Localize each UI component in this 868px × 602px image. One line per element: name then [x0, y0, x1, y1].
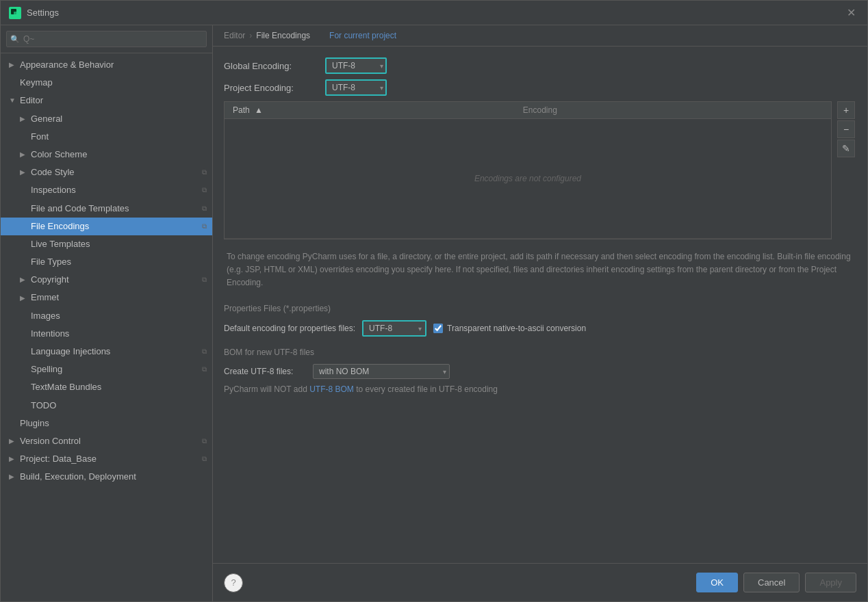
arrow-spacer — [9, 419, 17, 428]
arrow-icon: ▼ — [9, 96, 17, 105]
edit-encoding-button[interactable]: ✎ — [837, 140, 855, 157]
arrow-icon: ▶ — [20, 114, 28, 124]
props-encoding-select[interactable]: UTF-8 — [363, 322, 425, 335]
sidebar-item-label: Build, Execution, Deployment — [20, 471, 136, 483]
copy-icon: ⧉ — [202, 222, 207, 231]
footer-buttons: OK Cancel Apply — [696, 573, 856, 592]
sidebar-item-label: Emmet — [31, 291, 59, 304]
arrow-icon: ▶ — [9, 454, 17, 464]
arrow-icon: ▶ — [20, 168, 28, 177]
copy-icon: ⧉ — [202, 168, 207, 177]
copy-icon: ⧉ — [202, 275, 207, 285]
properties-section-title: Properties Files (*.properties) — [224, 304, 856, 313]
arrow-spacer — [20, 382, 28, 392]
add-encoding-button[interactable]: + — [837, 101, 855, 119]
sidebar-item-project-database[interactable]: ▶ Project: Data_Base ⧉ — [1, 450, 212, 468]
utf8-bom-link[interactable]: UTF-8 BOM — [309, 384, 354, 394]
empty-row: Encodings are not configured — [225, 119, 831, 239]
col-encoding: Encoding — [515, 102, 831, 119]
project-encoding-select[interactable]: UTF-8 — [325, 79, 387, 96]
apply-button[interactable]: Apply — [805, 573, 856, 592]
sidebar-item-file-types[interactable]: File Types — [1, 253, 212, 271]
global-encoding-row: Global Encoding: UTF-8 ▾ — [224, 57, 856, 74]
sidebar-item-label: Intentions — [31, 328, 69, 340]
arrow-icon: ▶ — [9, 436, 17, 446]
sidebar-item-todo[interactable]: TODO — [1, 397, 212, 415]
sidebar-item-editor[interactable]: ▼ Editor — [1, 92, 212, 109]
sidebar-item-label: TODO — [31, 400, 56, 412]
arrow-icon: ▶ — [20, 150, 28, 159]
props-encoding-select-wrapper: UTF-8 ▾ — [362, 320, 426, 337]
arrow-spacer — [20, 365, 28, 374]
remove-encoding-button[interactable]: − — [837, 120, 855, 138]
bom-select[interactable]: with NO BOM — [313, 364, 450, 379]
sidebar-item-general[interactable]: ▶ General — [1, 110, 212, 128]
sidebar-item-font[interactable]: Font — [1, 128, 212, 146]
search-input[interactable] — [6, 31, 207, 47]
global-encoding-select-wrapper: UTF-8 ▾ — [325, 57, 387, 74]
sidebar-item-code-style[interactable]: ▶ Code Style ⧉ — [1, 163, 212, 181]
sidebar-item-intentions[interactable]: Intentions — [1, 325, 212, 343]
breadcrumb-parent: Editor — [224, 31, 245, 40]
settings-window: Settings ✕ 🔍 ▶ Appearance & Behavior — [0, 0, 868, 602]
bom-note-prefix: PyCharm will NOT add — [224, 384, 309, 394]
copy-icon: ⧉ — [202, 365, 207, 374]
transparent-conversion-checkbox[interactable] — [433, 324, 443, 333]
sidebar-item-textmate[interactable]: TextMate Bundles — [1, 378, 212, 396]
global-encoding-label: Global Encoding: — [224, 61, 320, 71]
properties-row: Default encoding for properties files: U… — [224, 320, 856, 337]
help-button[interactable]: ? — [224, 573, 243, 592]
sidebar-item-spelling[interactable]: Spelling ⧉ — [1, 361, 212, 378]
sidebar: 🔍 ▶ Appearance & Behavior Keymap ▼ — [1, 25, 213, 601]
ok-button[interactable]: OK — [696, 573, 738, 592]
sidebar-item-plugins[interactable]: Plugins — [1, 415, 212, 432]
sidebar-item-build-execution[interactable]: ▶ Build, Execution, Deployment — [1, 468, 212, 486]
sidebar-item-images[interactable]: Images — [1, 307, 212, 325]
search-wrapper: 🔍 — [6, 31, 207, 47]
sidebar-item-copyright[interactable]: ▶ Copyright ⧉ — [1, 271, 212, 289]
default-encoding-label: Default encoding for properties files: — [224, 324, 355, 333]
sidebar-item-label: Spelling — [31, 363, 62, 376]
current-project-link[interactable]: For current project — [329, 31, 396, 40]
sidebar-item-file-encodings[interactable]: File Encodings ⧉ — [1, 218, 212, 235]
sidebar-item-language-injections[interactable]: Language Injections ⧉ — [1, 343, 212, 361]
sidebar-item-label: Code Style — [31, 166, 75, 179]
arrow-spacer — [20, 185, 28, 195]
sidebar-item-live-templates[interactable]: Live Templates — [1, 235, 212, 253]
cancel-button[interactable]: Cancel — [743, 573, 800, 592]
sidebar-item-emmet[interactable]: ▶ Emmet — [1, 289, 212, 306]
bom-note-suffix: to every created file in UTF-8 encoding — [354, 384, 498, 394]
info-text: To change encoding PyCharm uses for a fi… — [224, 250, 856, 290]
checkbox-label: Transparent native-to-ascii conversion — [447, 324, 586, 333]
sidebar-item-color-scheme[interactable]: ▶ Color Scheme — [1, 146, 212, 163]
arrow-spacer — [20, 239, 28, 249]
sidebar-item-keymap[interactable]: Keymap — [1, 74, 212, 92]
table-side-buttons: + − ✎ — [837, 101, 855, 157]
arrow-spacer — [20, 329, 28, 339]
titlebar: Settings ✕ — [1, 1, 867, 25]
project-encoding-label: Project Encoding: — [224, 83, 320, 93]
sidebar-item-label: General — [31, 113, 62, 125]
arrow-spacer — [20, 311, 28, 321]
bom-create-label: Create UTF-8 files: — [224, 367, 306, 376]
breadcrumb: Editor › File Encodings For current proj… — [213, 25, 867, 47]
sidebar-item-label: TextMate Bundles — [31, 381, 101, 393]
arrow-spacer — [20, 204, 28, 213]
sidebar-item-label: Appearance & Behavior — [20, 59, 114, 71]
sidebar-item-inspections[interactable]: Inspections ⧉ — [1, 181, 212, 199]
breadcrumb-current: File Encodings — [256, 31, 310, 40]
sidebar-item-label: Language Injections — [31, 345, 110, 358]
bom-title: BOM for new UTF-8 files — [224, 348, 856, 357]
global-encoding-select[interactable]: UTF-8 — [325, 57, 387, 74]
sidebar-item-label: File and Code Templates — [31, 202, 129, 215]
close-button[interactable]: ✕ — [843, 5, 859, 21]
sidebar-item-label: Images — [31, 310, 60, 322]
breadcrumb-separator: › — [249, 31, 252, 40]
sidebar-item-version-control[interactable]: ▶ Version Control ⧉ — [1, 432, 212, 450]
sidebar-item-appearance[interactable]: ▶ Appearance & Behavior — [1, 56, 212, 74]
arrow-icon: ▶ — [20, 293, 28, 303]
sidebar-item-label: Copyright — [31, 274, 69, 286]
sidebar-item-file-code-templates[interactable]: File and Code Templates ⧉ — [1, 200, 212, 218]
sidebar-item-label: Inspections — [31, 184, 76, 196]
encoding-table-outer: Path ▲ Encoding Encodings are not config… — [224, 101, 832, 239]
